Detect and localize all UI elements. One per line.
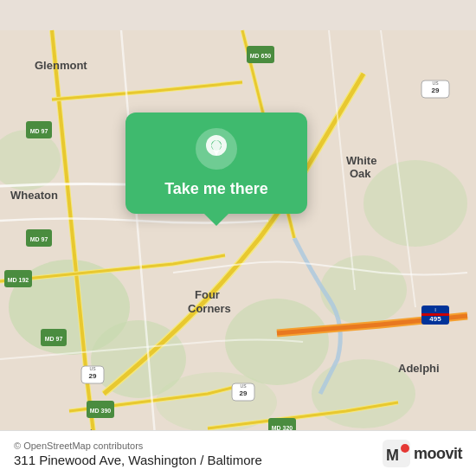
moovit-brand-text: moovit: [414, 445, 462, 463]
svg-text:MD 97: MD 97: [45, 336, 63, 342]
copyright-text: © OpenStreetMap contributors: [14, 441, 262, 451]
address-section: © OpenStreetMap contributors 311 Pinewoo…: [14, 441, 262, 467]
navigation-popup[interactable]: Take me there: [125, 113, 307, 214]
svg-text:US: US: [90, 366, 97, 371]
moovit-logo: M moovit: [383, 440, 462, 467]
svg-point-3: [225, 299, 329, 385]
svg-text:MD 650: MD 650: [250, 53, 272, 59]
svg-text:MD 390: MD 390: [90, 408, 112, 414]
svg-text:US: US: [241, 383, 248, 389]
svg-text:Four: Four: [195, 288, 220, 301]
svg-text:White: White: [346, 154, 376, 167]
svg-text:29: 29: [89, 372, 97, 380]
map-background: 29 US 29 US MD 97 MD 97 MD 97 MD 650 29 …: [0, 0, 476, 476]
take-me-there-button[interactable]: Take me there: [164, 180, 268, 198]
svg-text:495: 495: [429, 315, 441, 323]
svg-text:MD 192: MD 192: [8, 277, 29, 283]
svg-text:Adelphi: Adelphi: [398, 362, 440, 375]
svg-text:Corners: Corners: [188, 302, 231, 315]
svg-text:Glenmont: Glenmont: [35, 59, 87, 72]
svg-text:MD 97: MD 97: [30, 128, 48, 134]
svg-text:Oak: Oak: [350, 167, 371, 180]
svg-point-4: [320, 255, 407, 325]
svg-text:29: 29: [240, 389, 248, 397]
location-pin-icon: [194, 126, 239, 171]
address-text: 311 Pinewood Ave, Washington / Baltimore: [14, 453, 262, 467]
moovit-logo-icon: M: [383, 440, 410, 467]
svg-text:US: US: [433, 80, 440, 86]
svg-text:M: M: [386, 447, 399, 464]
svg-text:Wheaton: Wheaton: [10, 189, 58, 202]
svg-text:29: 29: [432, 87, 440, 94]
svg-text:MD 97: MD 97: [30, 236, 48, 242]
bottom-bar: © OpenStreetMap contributors 311 Pinewoo…: [0, 430, 476, 476]
svg-point-5: [363, 160, 467, 247]
map-container: 29 US 29 US MD 97 MD 97 MD 97 MD 650 29 …: [0, 0, 476, 476]
